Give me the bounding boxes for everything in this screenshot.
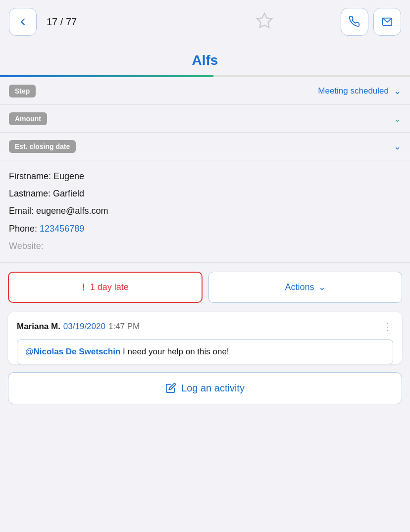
closing-date-field-row[interactable]: Est. closing date ⌄ <box>0 133 410 160</box>
star-container <box>194 12 335 32</box>
action-buttons-row: ! 1 day late Actions ⌄ <box>8 272 402 303</box>
activity-header: Mariana M. 03/19/2020 1:47 PM ⋮ <box>17 321 393 333</box>
progress-bar <box>0 75 410 77</box>
activity-options-icon[interactable]: ⋮ <box>382 321 393 333</box>
activity-message-box: @Nicolas De Swetschin I need your help o… <box>17 339 393 364</box>
firstname-value: Eugene <box>53 171 84 181</box>
fields-section: Step Meeting scheduled ⌄ Amount ⌄ Est. c… <box>0 77 410 160</box>
activity-card: Mariana M. 03/19/2020 1:47 PM ⋮ @Nicolas… <box>8 312 402 364</box>
contact-section: Firstname: Eugene Lastname: Garfield Ema… <box>0 160 410 263</box>
actions-chevron-icon: ⌄ <box>318 282 326 292</box>
late-label: 1 day late <box>90 282 129 292</box>
email-label: Email: <box>9 206 34 216</box>
mail-button[interactable] <box>373 8 401 36</box>
website-label: Website: <box>9 241 44 251</box>
pencil-icon <box>165 383 176 393</box>
firstname-label: Firstname: <box>9 171 51 181</box>
star-icon[interactable] <box>256 12 273 32</box>
amount-field-row[interactable]: Amount ⌄ <box>0 105 410 133</box>
step-value: Meeting scheduled <box>36 86 391 96</box>
contact-title: Alfs <box>192 52 218 68</box>
email-line: Email: eugene@alfs.com <box>9 205 401 217</box>
step-chevron-icon: ⌄ <box>394 86 401 97</box>
step-label: Step <box>9 85 36 97</box>
closing-date-chevron-icon: ⌄ <box>394 141 401 152</box>
firstname-line: Firstname: Eugene <box>9 170 401 183</box>
closing-date-label: Est. closing date <box>9 140 76 153</box>
progress-bar-fill <box>0 75 213 77</box>
amount-chevron-icon: ⌄ <box>394 113 401 124</box>
activity-time: 1:47 PM <box>108 322 140 332</box>
website-line: Website: <box>9 240 401 252</box>
exclamation-icon: ! <box>82 282 85 293</box>
step-field-row[interactable]: Step Meeting scheduled ⌄ <box>0 77 410 105</box>
lastname-value: Garfield <box>53 189 84 198</box>
nav-right-buttons <box>341 8 401 36</box>
activity-message-text: I need your help on this one! <box>123 347 229 356</box>
activity-mention[interactable]: @Nicolas De Swetschin <box>25 347 120 356</box>
phone-line: Phone: 123456789 <box>9 223 401 235</box>
lastname-label: Lastname: <box>9 189 51 198</box>
actions-label: Actions <box>285 282 314 292</box>
phone-value[interactable]: 123456789 <box>40 224 84 234</box>
activity-date: 03/19/2020 <box>63 322 105 332</box>
title-section: Alfs <box>0 44 410 77</box>
phone-label: Phone: <box>9 224 37 234</box>
actions-button[interactable]: Actions ⌄ <box>208 272 402 303</box>
email-value: eugene@alfs.com <box>36 206 108 216</box>
log-activity-label: Log an activity <box>181 383 245 394</box>
phone-button[interactable] <box>341 8 368 36</box>
lastname-line: Lastname: Garfield <box>9 188 401 200</box>
svg-marker-0 <box>257 13 272 28</box>
activity-author: Mariana M. <box>17 322 60 332</box>
log-activity-button[interactable]: Log an activity <box>8 372 402 404</box>
top-navigation: 17 / 77 <box>0 0 410 44</box>
amount-label: Amount <box>9 112 47 125</box>
back-button[interactable] <box>9 8 37 36</box>
record-counter: 17 / 77 <box>43 16 188 28</box>
late-button[interactable]: ! 1 day late <box>8 272 203 303</box>
